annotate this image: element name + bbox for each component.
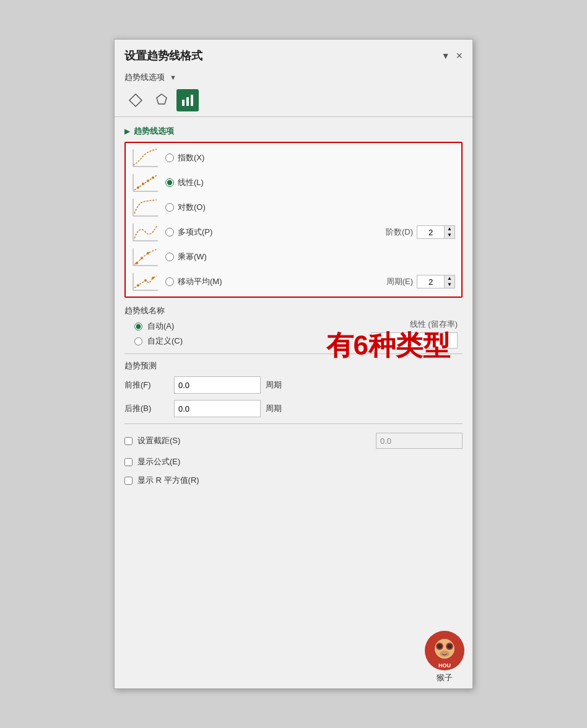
trend-row-logarithmic: 对数(O) [132, 195, 455, 220]
title-bar-controls: ▼ × [441, 50, 463, 63]
watermark-label: 猴子 [437, 672, 453, 683]
radio-label-linear: 线性(L) [178, 177, 204, 188]
show-equation-label: 显示公式(E) [137, 456, 180, 467]
order-spinner[interactable]: ▲ ▼ [417, 225, 455, 239]
intercept-label: 设置截距(S) [137, 435, 180, 446]
svg-point-9 [142, 183, 144, 185]
svg-point-34 [440, 651, 450, 657]
period-spinner[interactable]: ▲ ▼ [417, 275, 455, 288]
trend-name-right: 线性 (留存率) [363, 319, 463, 349]
period-up-btn[interactable]: ▲ [445, 275, 454, 282]
linearity-label: 线性 (留存率) [410, 319, 458, 330]
show-r2-row: 显示 R 平方值(R) [124, 471, 463, 490]
trendline-section-header: ▶ 趋势线选项 [124, 126, 463, 137]
order-label: 阶数(D) [386, 227, 413, 238]
svg-point-18 [136, 262, 138, 264]
forward-label: 前推(F) [124, 379, 174, 391]
period-group: 周期(E) ▲ ▼ [386, 275, 455, 288]
show-r2-checkbox[interactable] [124, 477, 133, 485]
radio-exponential[interactable]: 指数(X) [165, 152, 204, 163]
tab-border[interactable] [150, 89, 173, 111]
toolbar-row: 趋势线选项 ▼ [115, 68, 472, 85]
radio-label-moving-average: 移动平均(M) [178, 276, 222, 287]
show-r2-label: 显示 R 平方值(R) [137, 475, 199, 486]
svg-point-32 [437, 644, 442, 649]
radio-input-logarithmic[interactable] [165, 203, 174, 212]
svg-rect-2 [182, 100, 185, 106]
custom-radio-row: 自定义(C) [124, 334, 363, 349]
radio-custom[interactable] [134, 337, 142, 345]
forward-row: 前推(F) 周期 [124, 376, 463, 394]
radio-label-exponential: 指数(X) [178, 152, 204, 163]
order-arrows: ▲ ▼ [444, 225, 455, 239]
toolbar-dropdown-arrow[interactable]: ▼ [170, 74, 176, 81]
custom-label: 自定义(C) [147, 336, 183, 347]
trend-row-linear: 线性(L) [132, 170, 455, 195]
svg-point-10 [147, 180, 149, 182]
tab-fill[interactable] [124, 89, 147, 111]
svg-point-20 [147, 252, 149, 254]
backward-row: 后推(B) 周期 [124, 400, 463, 417]
power-icon [132, 247, 159, 267]
moving-average-icon [132, 272, 159, 292]
dropdown-arrow-btn[interactable]: ▼ [441, 51, 450, 61]
monkey-logo: HOU [424, 630, 465, 671]
radio-label-power: 乘幂(W) [178, 251, 207, 262]
checkboxes-section: 设置截距(S) 0.0 显示公式(E) 显示 R 平方值(R) [124, 429, 463, 490]
radio-input-moving-average[interactable] [165, 277, 174, 286]
order-group: 阶数(D) ▲ ▼ [386, 225, 455, 239]
radio-polynomial[interactable]: 多项式(P) [165, 227, 212, 238]
forward-input[interactable] [174, 376, 261, 394]
watermark: HOU 猴子 [424, 630, 465, 683]
trend-row-power: 乘幂(W) [132, 245, 455, 269]
backward-unit: 周期 [266, 403, 282, 414]
watermark-graphic: HOU [424, 630, 465, 671]
radio-linear[interactable]: 线性(L) [165, 177, 204, 188]
order-up-btn[interactable]: ▲ [445, 226, 454, 232]
svg-point-33 [447, 644, 452, 649]
period-label: 周期(E) [386, 276, 413, 287]
backward-label: 后推(B) [124, 403, 174, 414]
svg-marker-1 [157, 94, 167, 104]
linearity-input[interactable] [371, 332, 458, 349]
section-title: 趋势线选项 [134, 126, 174, 137]
trend-name-title: 趋势线名称 [124, 305, 463, 316]
svg-point-19 [141, 257, 143, 259]
forecast-title: 趋势预测 [124, 360, 463, 371]
period-down-btn[interactable]: ▼ [445, 282, 454, 288]
svg-point-11 [152, 176, 154, 179]
svg-point-25 [152, 277, 154, 279]
auto-radio-row: 自动(A) [124, 319, 363, 334]
auto-label: 自动(A) [147, 321, 174, 332]
trend-row-moving-avg: 移动平均(M) 周期(E) ▲ ▼ [132, 269, 455, 294]
exponential-icon [132, 148, 159, 168]
svg-marker-0 [129, 94, 142, 106]
polynomial-icon [132, 222, 159, 242]
radio-auto[interactable] [134, 323, 142, 331]
radio-label-polynomial: 多项式(P) [178, 227, 212, 238]
show-equation-checkbox[interactable] [124, 458, 133, 466]
radio-input-linear[interactable] [165, 178, 174, 187]
tab-chart[interactable] [176, 89, 199, 111]
radio-logarithmic[interactable]: 对数(O) [165, 202, 206, 213]
svg-point-24 [144, 279, 147, 282]
title-bar: 设置趋势线格式 ▼ × [115, 40, 472, 68]
radio-input-power[interactable] [165, 253, 174, 261]
toolbar-section-label: 趋势线选项 [124, 72, 165, 83]
svg-rect-4 [191, 95, 193, 106]
radio-label-logarithmic: 对数(O) [178, 202, 206, 213]
radio-power[interactable]: 乘幂(W) [165, 251, 207, 262]
backward-input[interactable] [174, 400, 261, 417]
intercept-checkbox[interactable] [124, 437, 133, 445]
intercept-row: 设置截距(S) 0.0 [124, 429, 463, 453]
order-input[interactable] [417, 225, 444, 239]
period-input[interactable] [417, 275, 444, 288]
radio-input-polynomial[interactable] [165, 228, 174, 236]
trend-row-polynomial: 多项式(P) 阶数(D) ▲ ▼ [132, 220, 455, 245]
radio-input-exponential[interactable] [165, 154, 174, 162]
close-button[interactable]: × [456, 50, 463, 63]
tab-icons-row [115, 85, 472, 111]
order-down-btn[interactable]: ▼ [445, 232, 454, 238]
radio-moving-average[interactable]: 移动平均(M) [165, 276, 222, 287]
svg-point-23 [137, 284, 139, 287]
